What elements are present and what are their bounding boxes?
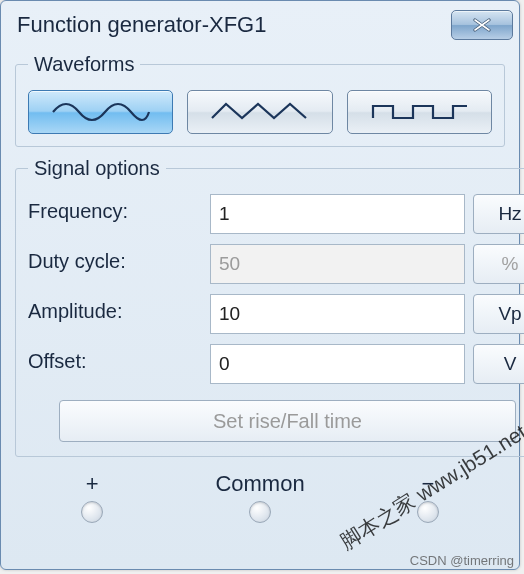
offset-label: Offset: bbox=[28, 344, 202, 384]
close-button[interactable] bbox=[451, 10, 513, 40]
triangle-icon bbox=[210, 100, 310, 124]
square-icon bbox=[369, 100, 469, 124]
close-icon bbox=[471, 18, 493, 32]
terminal-minus: − bbox=[417, 471, 439, 523]
waveform-buttons bbox=[28, 86, 492, 136]
terminal-plus-radio[interactable] bbox=[81, 501, 103, 523]
titlebar: Function generator-XFG1 bbox=[1, 1, 519, 49]
frequency-label: Frequency: bbox=[28, 194, 202, 234]
terminals-row: + Common − bbox=[15, 457, 505, 523]
waveforms-legend: Waveforms bbox=[28, 53, 140, 76]
sine-icon bbox=[51, 100, 151, 124]
waveforms-group: Waveforms bbox=[15, 53, 505, 147]
terminal-minus-label: − bbox=[421, 471, 434, 497]
amplitude-unit-button[interactable]: Vp bbox=[473, 294, 524, 334]
duty-cycle-unit-button: % bbox=[473, 244, 524, 284]
window-title: Function generator-XFG1 bbox=[17, 12, 451, 38]
waveform-square-button[interactable] bbox=[347, 90, 492, 134]
waveform-sine-button[interactable] bbox=[28, 90, 173, 134]
window-body: Waveforms bbox=[1, 53, 519, 533]
signal-options-group: Signal options Frequency: Hz Duty cycle:… bbox=[15, 157, 524, 457]
terminal-common: Common bbox=[215, 471, 304, 523]
window: Function generator-XFG1 Waveforms bbox=[0, 0, 520, 570]
terminal-minus-radio[interactable] bbox=[417, 501, 439, 523]
duty-cycle-input bbox=[210, 244, 465, 284]
offset-unit-button[interactable]: V bbox=[473, 344, 524, 384]
amplitude-label: Amplitude: bbox=[28, 294, 202, 334]
terminal-plus-label: + bbox=[86, 471, 99, 497]
frequency-input[interactable] bbox=[210, 194, 465, 234]
duty-cycle-label: Duty cycle: bbox=[28, 244, 202, 284]
terminal-plus: + bbox=[81, 471, 103, 523]
offset-input[interactable] bbox=[210, 344, 465, 384]
waveform-triangle-button[interactable] bbox=[187, 90, 332, 134]
terminal-common-radio[interactable] bbox=[249, 501, 271, 523]
terminal-common-label: Common bbox=[215, 471, 304, 497]
frequency-unit-button[interactable]: Hz bbox=[473, 194, 524, 234]
amplitude-input[interactable] bbox=[210, 294, 465, 334]
signal-options-grid: Frequency: Hz Duty cycle: % Amplitude: V… bbox=[28, 190, 524, 384]
set-rise-fall-button: Set rise/Fall time bbox=[59, 400, 516, 442]
signal-options-legend: Signal options bbox=[28, 157, 166, 180]
